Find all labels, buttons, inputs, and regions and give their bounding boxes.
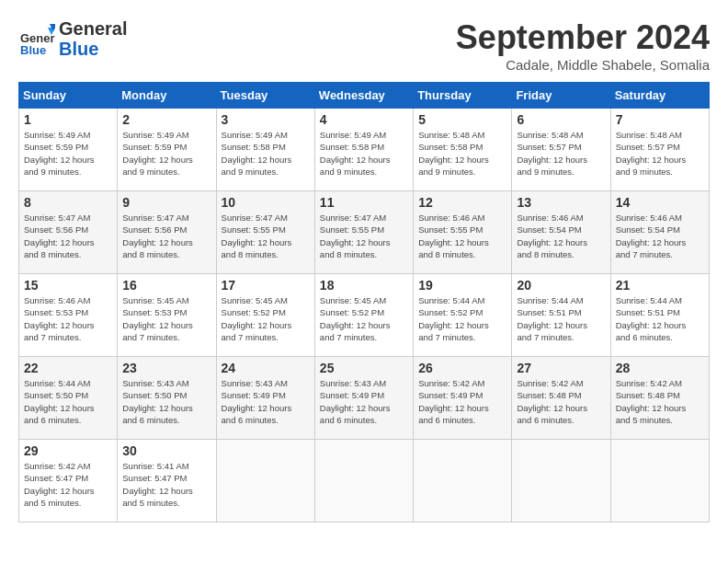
calendar-header-row: SundayMondayTuesdayWednesdayThursdayFrid…	[19, 83, 710, 109]
day-number: 2	[122, 112, 210, 127]
calendar-cell: 6Sunrise: 5:48 AM Sunset: 5:57 PM Daylig…	[512, 109, 610, 191]
day-info: Sunrise: 5:47 AM Sunset: 5:56 PM Dayligh…	[24, 212, 112, 260]
header-saturday: Saturday	[610, 83, 709, 109]
day-number: 12	[418, 195, 506, 210]
header-sunday: Sunday	[19, 83, 118, 109]
header-thursday: Thursday	[414, 83, 512, 109]
calendar-cell: 25Sunrise: 5:43 AM Sunset: 5:49 PM Dayli…	[314, 357, 413, 440]
header-monday: Monday	[118, 83, 216, 109]
calendar-cell: 8Sunrise: 5:47 AM Sunset: 5:56 PM Daylig…	[19, 191, 118, 274]
day-number: 21	[616, 278, 704, 293]
day-number: 24	[222, 361, 310, 375]
day-info: Sunrise: 5:44 AM Sunset: 5:50 PM Dayligh…	[24, 377, 112, 426]
calendar-cell: 30Sunrise: 5:41 AM Sunset: 5:47 PM Dayli…	[118, 440, 216, 523]
day-info: Sunrise: 5:41 AM Sunset: 5:47 PM Dayligh…	[122, 460, 210, 509]
calendar-cell: 10Sunrise: 5:47 AM Sunset: 5:55 PM Dayli…	[216, 191, 314, 274]
calendar-table: SundayMondayTuesdayWednesdayThursdayFrid…	[18, 82, 710, 523]
day-info: Sunrise: 5:46 AM Sunset: 5:54 PM Dayligh…	[517, 212, 605, 260]
calendar-cell: 16Sunrise: 5:45 AM Sunset: 5:53 PM Dayli…	[118, 274, 216, 357]
day-info: Sunrise: 5:45 AM Sunset: 5:52 PM Dayligh…	[320, 294, 408, 343]
calendar-week-row: 15Sunrise: 5:46 AM Sunset: 5:53 PM Dayli…	[19, 274, 710, 357]
svg-text:Blue: Blue	[20, 43, 46, 57]
calendar-cell: 1Sunrise: 5:49 AM Sunset: 5:59 PM Daylig…	[19, 109, 118, 191]
location-subtitle: Cadale, Middle Shabele, Somalia	[456, 57, 710, 73]
day-info: Sunrise: 5:44 AM Sunset: 5:51 PM Dayligh…	[517, 294, 605, 343]
calendar-cell: 22Sunrise: 5:44 AM Sunset: 5:50 PM Dayli…	[19, 357, 118, 440]
day-info: Sunrise: 5:49 AM Sunset: 5:59 PM Dayligh…	[24, 129, 112, 178]
calendar-week-row: 22Sunrise: 5:44 AM Sunset: 5:50 PM Dayli…	[19, 357, 710, 440]
day-info: Sunrise: 5:46 AM Sunset: 5:55 PM Dayligh…	[418, 212, 506, 260]
day-info: Sunrise: 5:46 AM Sunset: 5:54 PM Dayligh…	[616, 212, 704, 260]
calendar-cell: 17Sunrise: 5:45 AM Sunset: 5:52 PM Dayli…	[216, 274, 314, 357]
day-number: 26	[418, 361, 506, 375]
logo: General Blue General Blue	[18, 18, 127, 59]
calendar-cell: 13Sunrise: 5:46 AM Sunset: 5:54 PM Dayli…	[512, 191, 610, 274]
calendar-cell: 9Sunrise: 5:47 AM Sunset: 5:56 PM Daylig…	[118, 191, 216, 274]
day-number: 6	[517, 112, 605, 127]
day-number: 16	[122, 278, 210, 293]
day-number: 13	[517, 195, 605, 210]
day-info: Sunrise: 5:46 AM Sunset: 5:53 PM Dayligh…	[24, 294, 112, 343]
day-info: Sunrise: 5:45 AM Sunset: 5:52 PM Dayligh…	[222, 294, 310, 343]
day-info: Sunrise: 5:49 AM Sunset: 5:59 PM Dayligh…	[122, 129, 210, 178]
calendar-cell: 15Sunrise: 5:46 AM Sunset: 5:53 PM Dayli…	[19, 274, 118, 357]
day-info: Sunrise: 5:44 AM Sunset: 5:52 PM Dayligh…	[418, 294, 506, 343]
day-info: Sunrise: 5:42 AM Sunset: 5:49 PM Dayligh…	[418, 377, 506, 426]
day-info: Sunrise: 5:48 AM Sunset: 5:58 PM Dayligh…	[418, 129, 506, 178]
day-number: 8	[24, 195, 112, 210]
calendar-cell: 23Sunrise: 5:43 AM Sunset: 5:50 PM Dayli…	[118, 357, 216, 440]
day-number: 5	[418, 112, 506, 127]
day-number: 10	[222, 195, 310, 210]
day-number: 23	[122, 361, 210, 375]
day-number: 15	[24, 278, 112, 293]
logo-blue-text: Blue	[59, 39, 127, 59]
calendar-cell: 29Sunrise: 5:42 AM Sunset: 5:47 PM Dayli…	[19, 440, 118, 523]
day-info: Sunrise: 5:48 AM Sunset: 5:57 PM Dayligh…	[517, 129, 605, 178]
logo-general-text: General	[59, 18, 127, 39]
calendar-cell: 14Sunrise: 5:46 AM Sunset: 5:54 PM Dayli…	[610, 191, 709, 274]
day-number: 7	[616, 112, 704, 127]
calendar-cell: 11Sunrise: 5:47 AM Sunset: 5:55 PM Dayli…	[314, 191, 413, 274]
day-info: Sunrise: 5:43 AM Sunset: 5:49 PM Dayligh…	[320, 377, 408, 426]
calendar-cell: 18Sunrise: 5:45 AM Sunset: 5:52 PM Dayli…	[314, 274, 413, 357]
day-number: 18	[320, 278, 408, 293]
calendar-week-row: 1Sunrise: 5:49 AM Sunset: 5:59 PM Daylig…	[19, 109, 710, 191]
logo-icon: General Blue	[18, 20, 55, 57]
day-number: 4	[320, 112, 408, 127]
calendar-cell: 5Sunrise: 5:48 AM Sunset: 5:58 PM Daylig…	[414, 109, 512, 191]
day-number: 14	[616, 195, 704, 210]
calendar-cell: 27Sunrise: 5:42 AM Sunset: 5:48 PM Dayli…	[512, 357, 610, 440]
day-number: 25	[320, 361, 408, 375]
header-tuesday: Tuesday	[216, 83, 314, 109]
day-info: Sunrise: 5:43 AM Sunset: 5:50 PM Dayligh…	[122, 377, 210, 426]
day-info: Sunrise: 5:42 AM Sunset: 5:48 PM Dayligh…	[517, 377, 605, 426]
day-info: Sunrise: 5:45 AM Sunset: 5:53 PM Dayligh…	[122, 294, 210, 343]
header-wednesday: Wednesday	[314, 83, 413, 109]
day-info: Sunrise: 5:47 AM Sunset: 5:56 PM Dayligh…	[122, 212, 210, 260]
header-friday: Friday	[512, 83, 610, 109]
day-info: Sunrise: 5:48 AM Sunset: 5:57 PM Dayligh…	[616, 129, 704, 178]
day-number: 28	[616, 361, 704, 375]
calendar-cell: 24Sunrise: 5:43 AM Sunset: 5:49 PM Dayli…	[216, 357, 314, 440]
calendar-cell: 4Sunrise: 5:49 AM Sunset: 5:58 PM Daylig…	[314, 109, 413, 191]
day-number: 11	[320, 195, 408, 210]
day-info: Sunrise: 5:42 AM Sunset: 5:47 PM Dayligh…	[24, 460, 112, 509]
day-number: 17	[222, 278, 310, 293]
day-info: Sunrise: 5:47 AM Sunset: 5:55 PM Dayligh…	[320, 212, 408, 260]
day-info: Sunrise: 5:49 AM Sunset: 5:58 PM Dayligh…	[320, 129, 408, 178]
day-info: Sunrise: 5:44 AM Sunset: 5:51 PM Dayligh…	[616, 294, 704, 343]
calendar-cell: 19Sunrise: 5:44 AM Sunset: 5:52 PM Dayli…	[414, 274, 512, 357]
day-number: 20	[517, 278, 605, 293]
calendar-cell	[314, 440, 413, 523]
day-number: 3	[222, 112, 310, 127]
day-number: 29	[24, 443, 112, 458]
calendar-week-row: 29Sunrise: 5:42 AM Sunset: 5:47 PM Dayli…	[19, 440, 710, 523]
day-number: 1	[24, 112, 112, 127]
month-title: September 2024	[456, 18, 710, 57]
day-number: 19	[418, 278, 506, 293]
day-info: Sunrise: 5:49 AM Sunset: 5:58 PM Dayligh…	[222, 129, 310, 178]
day-info: Sunrise: 5:43 AM Sunset: 5:49 PM Dayligh…	[222, 377, 310, 426]
calendar-cell	[414, 440, 512, 523]
calendar-cell	[512, 440, 610, 523]
title-section: September 2024 Cadale, Middle Shabele, S…	[456, 18, 710, 73]
